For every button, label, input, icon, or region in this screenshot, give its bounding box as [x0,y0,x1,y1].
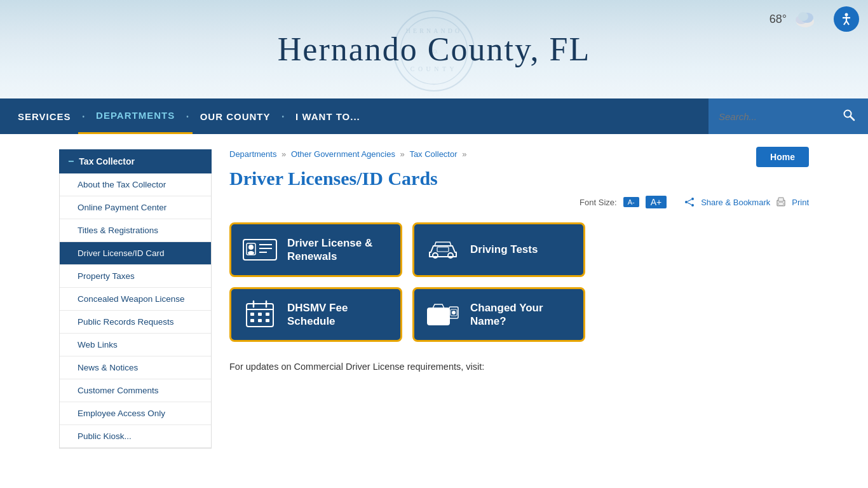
svg-point-8 [798,12,808,21]
home-button[interactable]: Home [756,147,809,167]
svg-rect-43 [266,319,269,322]
breadcrumb-departments[interactable]: Departments [229,149,276,159]
svg-rect-42 [258,319,262,322]
print-link[interactable]: Print [792,198,809,207]
share-bookmark-link[interactable]: Share & Bookmark [701,198,770,207]
sidebar-item-public-kiosk[interactable]: Public Kiosk... [60,425,211,448]
weather-icon [793,9,817,29]
breadcrumb-sep-1: » [281,149,288,159]
svg-rect-39 [258,313,262,316]
card-driver-license[interactable]: Driver License & Renewals [229,222,402,277]
sidebar-header: − Tax Collector [59,149,212,173]
sidebar-collapse-icon[interactable]: − [68,156,74,167]
sidebar-item-property-taxes[interactable]: Property Taxes [60,265,211,288]
search-area [709,98,868,134]
font-decrease-button[interactable]: A- [623,197,639,207]
sidebar-menu: About the Tax Collector Online Payment C… [59,173,212,449]
svg-point-27 [248,251,254,255]
svg-rect-38 [250,313,254,316]
card-dhsmv-fee-label: DHSMV Fee Schedule [287,301,389,329]
weather-widget: 68° [770,9,817,29]
svg-rect-22 [778,198,783,201]
sidebar-item-about[interactable]: About the Tax Collector [60,173,211,196]
sidebar-item-customer-comments[interactable]: Customer Comments [60,379,211,402]
svg-rect-33 [437,247,449,252]
breadcrumb-sep-3: » [462,149,466,159]
breadcrumb-sep-2: » [400,149,407,159]
content-wrapper: − Tax Collector About the Tax Collector … [53,149,815,449]
main-nav: SERVICES • DEPARTMENTS • OUR COUNTY • I … [0,98,868,134]
svg-point-49 [452,311,456,315]
svg-rect-24 [243,240,276,260]
sidebar-item-employee-access[interactable]: Employee Access Only [60,402,211,425]
sidebar: − Tax Collector About the Tax Collector … [59,149,212,449]
sidebar-item-news-notices[interactable]: News & Notices [60,356,211,379]
svg-rect-40 [266,313,269,316]
sidebar-item-public-records[interactable]: Public Records Requests [60,311,211,334]
svg-point-17 [685,201,688,203]
breadcrumb-tax-collector[interactable]: Tax Collector [409,149,457,159]
sidebar-item-titles[interactable]: Titles & Registrations [60,219,211,242]
font-increase-button[interactable]: A+ [646,196,667,208]
sidebar-item-concealed-weapon[interactable]: Concealed Weapon License [60,288,211,311]
sidebar-item-web-links[interactable]: Web Links [60,334,211,356]
sidebar-item-payment[interactable]: Online Payment Center [60,196,211,219]
card-driver-license-label: Driver License & Renewals [287,236,389,264]
font-size-label: Font Size: [580,198,617,207]
breadcrumb-other-gov[interactable]: Other Government Agencies [291,149,395,159]
page-title: Driver Licenses/ID Cards [229,168,809,189]
svg-point-26 [248,245,254,250]
svg-line-19 [688,200,691,201]
nav-i-want-to[interactable]: I WANT TO... [278,98,378,134]
card-changed-name[interactable]: Changed Your Name? [412,287,585,342]
temperature-display: 68° [770,13,787,26]
svg-line-20 [688,203,691,205]
svg-rect-41 [250,319,254,322]
share-icon [684,197,695,207]
nav-departments[interactable]: DEPARTMENTS [78,98,193,134]
search-input[interactable] [719,111,840,122]
accessibility-button[interactable] [834,6,859,32]
svg-point-18 [691,204,694,207]
svg-point-46 [437,315,440,318]
sidebar-section-label: Tax Collector [79,156,135,166]
svg-line-15 [851,116,855,120]
font-size-bar: Font Size: A- A+ Share & Bookmark Print [229,196,809,208]
page-header: HERNANDO COUNTY CO. 68° Hernando County,… [0,0,868,98]
card-changed-name-label: Changed Your Name? [470,301,572,329]
camera-icon [426,301,460,329]
card-dhsmv-fee[interactable]: DHSMV Fee Schedule [229,287,402,342]
calendar-icon [243,301,277,329]
svg-point-9 [845,13,848,17]
card-driving-tests-label: Driving Tests [470,243,538,256]
nav-services[interactable]: SERVICES [0,98,89,134]
id-card-icon [243,236,277,264]
svg-rect-23 [778,203,783,205]
site-title: Hernando County, FL [278,30,590,68]
card-driving-tests[interactable]: Driving Tests [412,222,585,277]
breadcrumb: Departments » Other Government Agencies … [229,149,809,159]
car-icon [426,236,460,264]
svg-line-13 [846,21,849,25]
sidebar-item-driver-license[interactable]: Driver License/ID Card [60,242,211,265]
search-button[interactable] [840,106,858,127]
page-main-content: Home Departments » Other Government Agen… [212,149,809,449]
page-body-text: For updates on Commercial Driver License… [229,360,809,374]
svg-point-16 [691,198,694,200]
nav-our-county[interactable]: OUR COUNTY [182,98,288,134]
print-icon [776,197,785,207]
service-cards-grid: Driver License & Renewals Driving Tests [229,222,585,342]
